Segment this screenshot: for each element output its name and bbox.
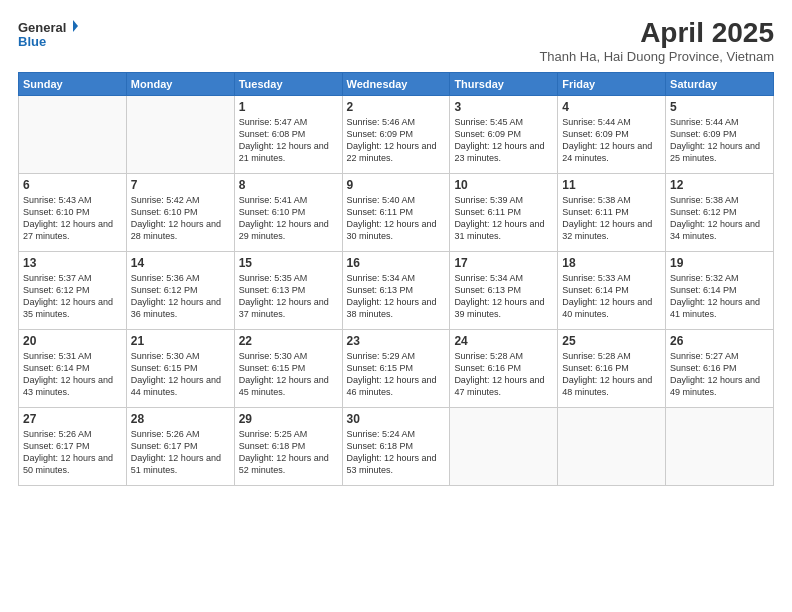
day-info: Sunrise: 5:26 AMSunset: 6:17 PMDaylight:… [23, 429, 113, 475]
day-info: Sunrise: 5:34 AMSunset: 6:13 PMDaylight:… [454, 273, 544, 319]
day-number: 28 [131, 412, 230, 426]
day-number: 13 [23, 256, 122, 270]
day-info: Sunrise: 5:26 AMSunset: 6:17 PMDaylight:… [131, 429, 221, 475]
day-info: Sunrise: 5:28 AMSunset: 6:16 PMDaylight:… [562, 351, 652, 397]
day-number: 2 [347, 100, 446, 114]
logo: General Blue [18, 18, 78, 54]
day-number: 8 [239, 178, 338, 192]
day-info: Sunrise: 5:44 AMSunset: 6:09 PMDaylight:… [562, 117, 652, 163]
day-number: 9 [347, 178, 446, 192]
calendar-page: General Blue April 2025 Thanh Ha, Hai Du… [0, 0, 792, 612]
day-info: Sunrise: 5:25 AMSunset: 6:18 PMDaylight:… [239, 429, 329, 475]
calendar-cell: 26 Sunrise: 5:27 AMSunset: 6:16 PMDaylig… [666, 329, 774, 407]
day-number: 7 [131, 178, 230, 192]
day-number: 21 [131, 334, 230, 348]
calendar-cell: 9 Sunrise: 5:40 AMSunset: 6:11 PMDayligh… [342, 173, 450, 251]
calendar-cell: 4 Sunrise: 5:44 AMSunset: 6:09 PMDayligh… [558, 95, 666, 173]
day-info: Sunrise: 5:42 AMSunset: 6:10 PMDaylight:… [131, 195, 221, 241]
day-number: 22 [239, 334, 338, 348]
calendar-cell: 7 Sunrise: 5:42 AMSunset: 6:10 PMDayligh… [126, 173, 234, 251]
calendar-cell: 13 Sunrise: 5:37 AMSunset: 6:12 PMDaylig… [19, 251, 127, 329]
weekday-header-row: SundayMondayTuesdayWednesdayThursdayFrid… [19, 72, 774, 95]
calendar-cell [666, 407, 774, 485]
calendar-cell: 15 Sunrise: 5:35 AMSunset: 6:13 PMDaylig… [234, 251, 342, 329]
day-info: Sunrise: 5:32 AMSunset: 6:14 PMDaylight:… [670, 273, 760, 319]
day-number: 16 [347, 256, 446, 270]
calendar-cell: 23 Sunrise: 5:29 AMSunset: 6:15 PMDaylig… [342, 329, 450, 407]
day-info: Sunrise: 5:30 AMSunset: 6:15 PMDaylight:… [131, 351, 221, 397]
weekday-header-sunday: Sunday [19, 72, 127, 95]
calendar-cell: 1 Sunrise: 5:47 AMSunset: 6:08 PMDayligh… [234, 95, 342, 173]
day-info: Sunrise: 5:31 AMSunset: 6:14 PMDaylight:… [23, 351, 113, 397]
calendar-cell: 17 Sunrise: 5:34 AMSunset: 6:13 PMDaylig… [450, 251, 558, 329]
month-title: April 2025 [539, 18, 774, 49]
day-info: Sunrise: 5:29 AMSunset: 6:15 PMDaylight:… [347, 351, 437, 397]
day-info: Sunrise: 5:43 AMSunset: 6:10 PMDaylight:… [23, 195, 113, 241]
calendar-cell: 24 Sunrise: 5:28 AMSunset: 6:16 PMDaylig… [450, 329, 558, 407]
calendar-cell: 28 Sunrise: 5:26 AMSunset: 6:17 PMDaylig… [126, 407, 234, 485]
day-info: Sunrise: 5:30 AMSunset: 6:15 PMDaylight:… [239, 351, 329, 397]
weekday-header-monday: Monday [126, 72, 234, 95]
location-subtitle: Thanh Ha, Hai Duong Province, Vietnam [539, 49, 774, 64]
day-info: Sunrise: 5:41 AMSunset: 6:10 PMDaylight:… [239, 195, 329, 241]
svg-text:General: General [18, 20, 66, 35]
day-number: 5 [670, 100, 769, 114]
calendar-cell: 22 Sunrise: 5:30 AMSunset: 6:15 PMDaylig… [234, 329, 342, 407]
logo-svg: General Blue [18, 18, 78, 54]
calendar-cell [450, 407, 558, 485]
calendar-cell [19, 95, 127, 173]
day-info: Sunrise: 5:27 AMSunset: 6:16 PMDaylight:… [670, 351, 760, 397]
day-info: Sunrise: 5:34 AMSunset: 6:13 PMDaylight:… [347, 273, 437, 319]
calendar-cell: 19 Sunrise: 5:32 AMSunset: 6:14 PMDaylig… [666, 251, 774, 329]
day-number: 19 [670, 256, 769, 270]
calendar-cell: 3 Sunrise: 5:45 AMSunset: 6:09 PMDayligh… [450, 95, 558, 173]
calendar-table: SundayMondayTuesdayWednesdayThursdayFrid… [18, 72, 774, 486]
day-number: 26 [670, 334, 769, 348]
day-number: 14 [131, 256, 230, 270]
weekday-header-thursday: Thursday [450, 72, 558, 95]
week-row-4: 20 Sunrise: 5:31 AMSunset: 6:14 PMDaylig… [19, 329, 774, 407]
day-number: 15 [239, 256, 338, 270]
calendar-cell: 30 Sunrise: 5:24 AMSunset: 6:18 PMDaylig… [342, 407, 450, 485]
week-row-2: 6 Sunrise: 5:43 AMSunset: 6:10 PMDayligh… [19, 173, 774, 251]
calendar-cell: 18 Sunrise: 5:33 AMSunset: 6:14 PMDaylig… [558, 251, 666, 329]
calendar-cell: 14 Sunrise: 5:36 AMSunset: 6:12 PMDaylig… [126, 251, 234, 329]
day-number: 23 [347, 334, 446, 348]
day-number: 6 [23, 178, 122, 192]
day-number: 18 [562, 256, 661, 270]
week-row-3: 13 Sunrise: 5:37 AMSunset: 6:12 PMDaylig… [19, 251, 774, 329]
day-info: Sunrise: 5:47 AMSunset: 6:08 PMDaylight:… [239, 117, 329, 163]
day-info: Sunrise: 5:39 AMSunset: 6:11 PMDaylight:… [454, 195, 544, 241]
calendar-cell: 10 Sunrise: 5:39 AMSunset: 6:11 PMDaylig… [450, 173, 558, 251]
day-number: 11 [562, 178, 661, 192]
calendar-cell: 27 Sunrise: 5:26 AMSunset: 6:17 PMDaylig… [19, 407, 127, 485]
day-number: 29 [239, 412, 338, 426]
day-number: 25 [562, 334, 661, 348]
calendar-cell [558, 407, 666, 485]
calendar-cell: 12 Sunrise: 5:38 AMSunset: 6:12 PMDaylig… [666, 173, 774, 251]
calendar-cell: 29 Sunrise: 5:25 AMSunset: 6:18 PMDaylig… [234, 407, 342, 485]
day-info: Sunrise: 5:44 AMSunset: 6:09 PMDaylight:… [670, 117, 760, 163]
svg-marker-2 [73, 20, 78, 32]
weekday-header-saturday: Saturday [666, 72, 774, 95]
day-info: Sunrise: 5:40 AMSunset: 6:11 PMDaylight:… [347, 195, 437, 241]
calendar-cell: 25 Sunrise: 5:28 AMSunset: 6:16 PMDaylig… [558, 329, 666, 407]
weekday-header-wednesday: Wednesday [342, 72, 450, 95]
day-info: Sunrise: 5:38 AMSunset: 6:12 PMDaylight:… [670, 195, 760, 241]
svg-text:Blue: Blue [18, 34, 46, 49]
week-row-1: 1 Sunrise: 5:47 AMSunset: 6:08 PMDayligh… [19, 95, 774, 173]
calendar-cell: 8 Sunrise: 5:41 AMSunset: 6:10 PMDayligh… [234, 173, 342, 251]
day-info: Sunrise: 5:36 AMSunset: 6:12 PMDaylight:… [131, 273, 221, 319]
weekday-header-tuesday: Tuesday [234, 72, 342, 95]
header: General Blue April 2025 Thanh Ha, Hai Du… [18, 18, 774, 64]
day-info: Sunrise: 5:33 AMSunset: 6:14 PMDaylight:… [562, 273, 652, 319]
calendar-cell: 5 Sunrise: 5:44 AMSunset: 6:09 PMDayligh… [666, 95, 774, 173]
title-area: April 2025 Thanh Ha, Hai Duong Province,… [539, 18, 774, 64]
calendar-cell [126, 95, 234, 173]
calendar-cell: 16 Sunrise: 5:34 AMSunset: 6:13 PMDaylig… [342, 251, 450, 329]
day-info: Sunrise: 5:45 AMSunset: 6:09 PMDaylight:… [454, 117, 544, 163]
calendar-cell: 20 Sunrise: 5:31 AMSunset: 6:14 PMDaylig… [19, 329, 127, 407]
day-number: 30 [347, 412, 446, 426]
day-info: Sunrise: 5:38 AMSunset: 6:11 PMDaylight:… [562, 195, 652, 241]
day-number: 17 [454, 256, 553, 270]
